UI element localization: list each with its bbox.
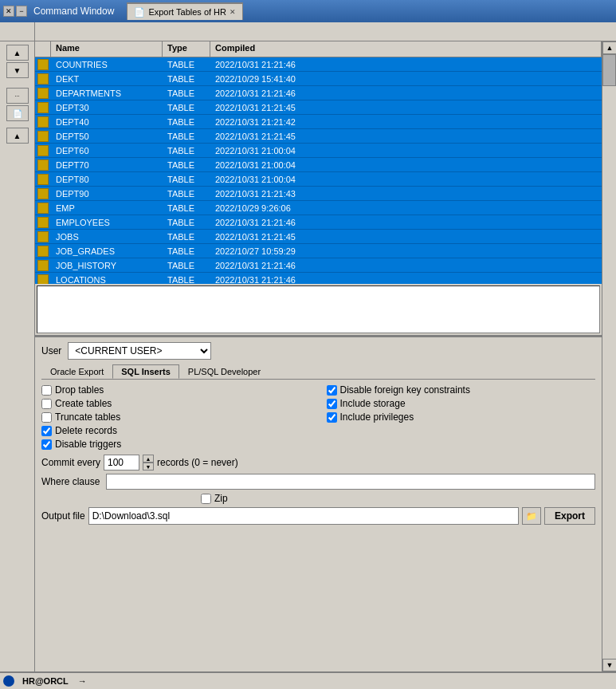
col-type[interactable]: Type xyxy=(163,41,210,57)
tab-oracle-export[interactable]: Oracle Export xyxy=(41,364,112,379)
connection-icon xyxy=(3,675,14,687)
row-name: DEPT60 xyxy=(51,146,163,156)
col-name[interactable]: Name xyxy=(51,41,163,57)
commit-input[interactable] xyxy=(104,455,139,470)
scroll-up-arrow[interactable]: ▲ xyxy=(602,41,616,54)
table-row[interactable]: DEPT40 TABLE 2022/10/31 21:21:42 xyxy=(35,115,602,129)
scroll-right-btn[interactable]: ▲ xyxy=(6,128,29,144)
disable-fk-checkbox[interactable] xyxy=(327,385,337,396)
table-row[interactable]: JOB_GRADES TABLE 2022/10/27 10:59:29 xyxy=(35,244,602,258)
table-row[interactable]: DEPARTMENTS TABLE 2022/10/31 21:21:46 xyxy=(35,86,602,100)
drop-tables-checkbox[interactable] xyxy=(41,385,52,396)
table-row[interactable]: DEKT TABLE 2022/10/29 15:41:40 xyxy=(35,72,602,86)
options-area: Drop tables Create tables Truncate table… xyxy=(41,384,595,450)
table-row[interactable]: DEPT30 TABLE 2022/10/31 21:21:45 xyxy=(35,100,602,115)
command-window-tab[interactable]: Command Window xyxy=(33,6,114,17)
row-name: DEPT80 xyxy=(51,175,163,184)
row-icon-cell xyxy=(35,217,51,228)
row-compiled: 2022/10/31 21:21:42 xyxy=(210,117,602,127)
create-tables-label: Create tables xyxy=(55,398,112,409)
export-tab-label: Export Tables of HR xyxy=(148,7,226,17)
disable-triggers-row: Disable triggers xyxy=(41,439,311,450)
spin-up[interactable]: ▲ xyxy=(143,455,154,463)
col-compiled[interactable]: Compiled xyxy=(210,41,602,57)
row-type: TABLE xyxy=(163,103,210,112)
table-row[interactable]: DEPT60 TABLE 2022/10/31 21:00:04 xyxy=(35,144,602,158)
where-input[interactable] xyxy=(106,474,595,490)
export-tab-close[interactable]: ✕ xyxy=(230,8,236,16)
zip-checkbox[interactable] xyxy=(201,494,211,504)
tab-sql-inserts[interactable]: SQL Inserts xyxy=(112,364,179,379)
tab-plsql-developer[interactable]: PL/SQL Developer xyxy=(179,364,269,379)
export-button[interactable]: Export xyxy=(544,507,595,525)
arrow-icon: → xyxy=(78,676,87,686)
delete-records-checkbox[interactable] xyxy=(41,426,52,436)
truncate-tables-checkbox[interactable] xyxy=(41,412,52,423)
include-privileges-checkbox[interactable] xyxy=(327,412,337,423)
table-icon xyxy=(37,145,49,156)
row-icon-cell xyxy=(35,274,51,285)
table-row[interactable]: DEPT50 TABLE 2022/10/31 21:21:45 xyxy=(35,129,602,144)
table-row[interactable]: DEPT80 TABLE 2022/10/31 21:00:04 xyxy=(35,172,602,187)
table-icon xyxy=(37,59,49,70)
row-name: COUNTRIES xyxy=(51,60,163,69)
table-row[interactable]: DEPT90 TABLE 2022/10/31 21:21:43 xyxy=(35,187,602,201)
row-type: TABLE xyxy=(163,74,210,84)
row-type: TABLE xyxy=(163,146,210,156)
zip-row: Zip xyxy=(41,493,595,504)
scroll-down-btn[interactable]: ▼ xyxy=(6,62,29,78)
minimize-button[interactable]: − xyxy=(16,6,27,17)
output-input[interactable] xyxy=(88,507,519,525)
left-btn-3[interactable]: ··· xyxy=(6,88,29,104)
row-name: DEPT50 xyxy=(51,132,163,141)
row-name: DEPARTMENTS xyxy=(51,89,163,98)
scroll-down-arrow[interactable]: ▼ xyxy=(602,659,616,671)
row-compiled: 2022/10/31 21:21:46 xyxy=(210,275,602,285)
bottom-panel: User <CURRENT USER> Oracle Export SQL In… xyxy=(35,337,602,533)
left-btn-4[interactable]: 📄 xyxy=(6,105,29,121)
row-type: TABLE xyxy=(163,232,210,242)
table-row[interactable]: EMPLOYEES TABLE 2022/10/31 21:21:46 xyxy=(35,215,602,230)
where-row: Where clause xyxy=(41,474,595,490)
disable-fk-label: Disable foreign key constraints xyxy=(340,384,470,396)
window-controls[interactable]: ✕ − xyxy=(3,6,27,17)
close-button[interactable]: ✕ xyxy=(3,6,14,17)
table-row[interactable]: JOB_HISTORY TABLE 2022/10/31 21:21:46 xyxy=(35,258,602,273)
table-row[interactable]: EMP TABLE 2022/10/29 9:26:06 xyxy=(35,201,602,215)
table-row[interactable]: COUNTRIES TABLE 2022/10/31 21:21:46 xyxy=(35,57,602,72)
row-compiled: 2022/10/27 10:59:29 xyxy=(210,246,602,256)
scrollbar-thumb[interactable] xyxy=(602,54,616,86)
include-storage-checkbox[interactable] xyxy=(327,399,337,409)
row-icon-cell xyxy=(35,203,51,214)
scrollbar-track[interactable] xyxy=(602,54,616,659)
user-dropdown[interactable]: <CURRENT USER> xyxy=(68,342,211,360)
browse-button[interactable]: 📁 xyxy=(522,507,541,525)
table-body[interactable]: COUNTRIES TABLE 2022/10/31 21:21:46 DEKT… xyxy=(35,57,602,284)
content-area: Name Type Compiled COUNTRIES TABLE 2022/… xyxy=(35,41,602,671)
right-scrollbar[interactable]: ▲ ▼ xyxy=(602,41,616,671)
row-type: TABLE xyxy=(163,89,210,98)
row-type: TABLE xyxy=(163,117,210,127)
spin-down[interactable]: ▼ xyxy=(143,463,154,470)
create-tables-checkbox[interactable] xyxy=(41,399,52,409)
table-row[interactable]: LOCATIONS TABLE 2022/10/31 21:21:46 xyxy=(35,273,602,284)
table-header: Name Type Compiled xyxy=(35,41,602,57)
row-name: JOB_GRADES xyxy=(51,246,163,256)
disable-triggers-checkbox[interactable] xyxy=(41,439,52,450)
empty-area xyxy=(37,285,600,333)
table-icon xyxy=(37,73,49,85)
export-tab[interactable]: 📄 Export Tables of HR ✕ xyxy=(127,2,243,20)
scroll-up-btn[interactable]: ▲ xyxy=(6,45,29,61)
row-icon-cell xyxy=(35,188,51,199)
commit-suffix: records (0 = never) xyxy=(157,457,238,468)
sub-tabs: Oracle Export SQL Inserts PL/SQL Develop… xyxy=(41,364,595,380)
table-row[interactable]: DEPT70 TABLE 2022/10/31 21:00:04 xyxy=(35,158,602,172)
row-compiled: 2022/10/31 21:00:04 xyxy=(210,160,602,170)
truncate-tables-label: Truncate tables xyxy=(55,411,120,423)
commit-spinner[interactable]: ▲ ▼ xyxy=(143,455,154,470)
row-name: EMPLOYEES xyxy=(51,218,163,227)
table-row[interactable]: JOBS TABLE 2022/10/31 21:21:45 xyxy=(35,230,602,244)
user-row: User <CURRENT USER> xyxy=(41,342,595,360)
col-icon[interactable] xyxy=(35,41,51,57)
row-icon-cell xyxy=(35,102,51,113)
